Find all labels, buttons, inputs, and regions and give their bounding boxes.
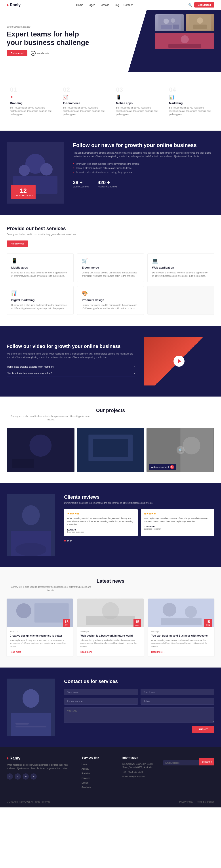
social-facebook-icon[interactable]: f — [7, 773, 13, 780]
service-icon-4: 📊 — [169, 94, 211, 100]
email-input[interactable] — [140, 689, 214, 695]
reviews-cards: ★★★★★ When replacing a multi-lined selec… — [64, 509, 214, 536]
form-row-1 — [64, 689, 214, 695]
services-section: 01 ✦ Branding But i must explain to you … — [0, 72, 221, 131]
contact-person-image — [7, 679, 55, 736]
logo[interactable]: ♦ Ranly — [7, 2, 21, 7]
video-question-1[interactable]: World class creative experts team member… — [7, 364, 135, 370]
play-icon: ▶ — [31, 51, 36, 56]
dot-2[interactable] — [67, 540, 69, 541]
footer-logo-icon: ♦ — [7, 756, 9, 761]
read-more-2[interactable]: Read more → — [81, 651, 95, 653]
footer-link-services[interactable]: Services — [82, 777, 90, 779]
reviews-person — [7, 494, 55, 556]
nav-blog[interactable]: Blog — [114, 3, 119, 7]
svg-point-24 — [183, 437, 200, 455]
subject-input[interactable] — [140, 698, 214, 705]
news-body-2: admin | 0 Web design is a best work in f… — [77, 627, 144, 656]
service-icon-2: 📈 — [63, 94, 105, 100]
nav-pages[interactable]: Pages — [88, 3, 95, 7]
play-video-button[interactable] — [173, 355, 185, 367]
dot-1[interactable] — [64, 540, 66, 541]
service-title-4: Marketing — [169, 101, 211, 105]
footer-terms-link[interactable]: Terms & Condition — [196, 801, 214, 803]
hero-content: Best business agency Expert teams for he… — [7, 25, 91, 57]
hero-buttons: Get started ▶ Watch video — [7, 50, 91, 56]
read-more-3[interactable]: Read more → — [151, 651, 165, 653]
svg-rect-42 — [15, 723, 29, 724]
hero-cta-button[interactable]: Get started — [7, 50, 27, 56]
project-item-2[interactable] — [77, 428, 145, 472]
news-desc-3: When replacing a dummy text is also used… — [151, 639, 211, 648]
project-search-icon[interactable]: 🔍 — [177, 446, 185, 454]
reviewer-role-2: Business customer — [144, 528, 211, 530]
svc-placeholder — [148, 286, 214, 315]
hero-image-2 — [186, 14, 214, 31]
footer-tel: Tel: +(060) 193-5533 — [122, 770, 157, 774]
submit-button[interactable]: SUBMIT — [192, 726, 214, 733]
stat-projects-num: 420 + — [98, 180, 117, 185]
read-more-1[interactable]: Read more → — [10, 651, 24, 653]
footer-link-home[interactable]: Home — [82, 763, 88, 766]
video-qa: World class creative experts team member… — [7, 364, 135, 376]
service-number-2: 02 — [63, 86, 105, 93]
svg-rect-18 — [12, 459, 34, 468]
video-question-2[interactable]: Clients satisfaction make company value?… — [7, 370, 135, 376]
stat-countries-label: World Countries — [73, 185, 89, 188]
search-icon[interactable]: 🔍 — [188, 3, 192, 7]
svc-icon-digital: 📊 — [11, 290, 69, 296]
footer-link-agency[interactable]: Agency — [82, 768, 89, 770]
form-row-2 — [64, 698, 214, 705]
svg-point-30 — [17, 603, 31, 618]
svc-icon-mobile: 📱 — [11, 258, 69, 264]
footer-privacy-link[interactable]: Privacy Policy — [179, 801, 193, 803]
subscribe-button[interactable]: Subscribe — [199, 758, 214, 766]
news-meta-3: admin | 0 — [151, 630, 211, 632]
footer-info-details: Str. Calloway Court, 324 Collins Street,… — [122, 762, 157, 778]
social-linkedin-icon[interactable]: in — [23, 773, 29, 780]
all-services-button[interactable]: All Services — [7, 241, 28, 247]
contact-person — [7, 679, 55, 736]
years-badge: 12 YEARS EXPERIENCE — [11, 185, 36, 199]
news-body-1: admin | 0 Creative design clients respon… — [7, 627, 73, 656]
message-textarea[interactable] — [64, 707, 214, 723]
contact-content: Contact us for services SUBMIT — [64, 679, 214, 733]
contact-form: SUBMIT — [64, 689, 214, 726]
news-author-1: admin — [10, 630, 15, 632]
name-input[interactable] — [64, 689, 138, 695]
phone-input[interactable] — [64, 698, 138, 705]
svc-mobile-apps: 📱 Mobile apps Dummy text is also used to… — [7, 253, 73, 282]
footer-link-gradients[interactable]: Gradients — [82, 786, 91, 789]
review-text-2: When replacing a multi-lined selection o… — [144, 517, 211, 523]
years-number: 12 — [13, 187, 33, 194]
social-youtube-icon[interactable]: ▶ — [31, 773, 37, 780]
video-box — [144, 337, 214, 385]
video-title: Follow our video for growth your online … — [7, 343, 135, 350]
footer-link-design[interactable]: Design — [82, 782, 88, 784]
service-marketing: 04 📊 Marketing But i must explain to you… — [166, 83, 214, 119]
best-services-section: Provide our best services Dummy text is … — [0, 215, 221, 326]
social-twitter-icon[interactable]: t — [14, 773, 21, 780]
latest-news-header: Latest news Dummy text is also used to d… — [7, 578, 214, 592]
news-title-1: Creative design clients response is bett… — [10, 634, 70, 638]
news-comments-3: 0 — [158, 630, 159, 632]
nav-cta-button[interactable]: Get Started — [194, 2, 214, 7]
nav-contact[interactable]: Contact — [124, 3, 133, 7]
follow-news-section: 12 YEARS EXPERIENCE Follow our news for … — [0, 131, 221, 215]
subscribe-input[interactable] — [163, 761, 199, 766]
nav-home[interactable]: Home — [76, 3, 83, 7]
footer-subscribe-col: Subscribe — [163, 756, 214, 790]
service-icon-3: 📱 — [116, 94, 158, 100]
service-title-2: E-commerce — [63, 101, 105, 105]
dot-3[interactable] — [70, 540, 72, 541]
svg-point-17 — [29, 435, 52, 457]
project-item-1[interactable] — [7, 428, 74, 472]
svc-icon-web: 💻 — [152, 258, 210, 264]
nav-portfolio[interactable]: Portfolio — [100, 3, 109, 7]
footer-about-col: ♦ Ranly When replacing a selection, help… — [7, 756, 75, 790]
project-item-3[interactable]: 🔍 Web development 04 — [147, 428, 214, 472]
hero-watch-button[interactable]: ▶ Watch video — [31, 51, 50, 56]
footer-subscribe: Subscribe — [163, 758, 214, 766]
svc-desc-digital: Dummy text is also used to demonstrate t… — [11, 304, 69, 310]
footer-link-portfolio[interactable]: Portfolio — [82, 772, 90, 775]
